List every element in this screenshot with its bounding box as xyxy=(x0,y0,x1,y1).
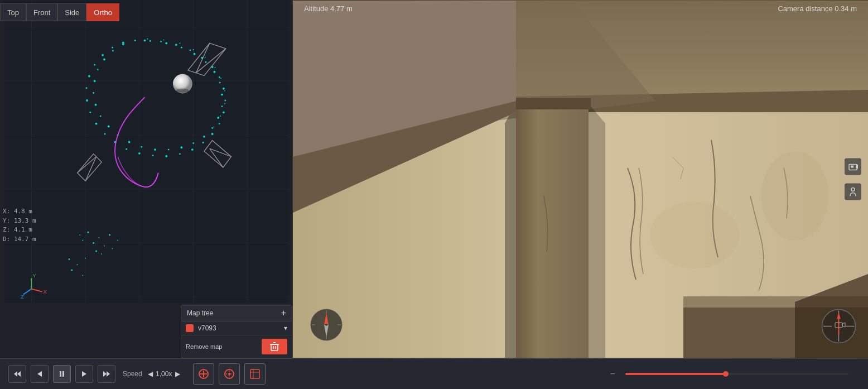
svg-point-88 xyxy=(112,248,113,249)
svg-point-75 xyxy=(205,57,206,58)
svg-marker-162 xyxy=(82,371,86,377)
person-view-button[interactable] xyxy=(845,184,861,200)
skip-back-button[interactable] xyxy=(8,365,26,383)
svg-rect-122 xyxy=(293,112,868,358)
svg-point-76 xyxy=(214,67,215,68)
svg-point-94 xyxy=(77,264,78,265)
svg-point-87 xyxy=(82,240,83,241)
svg-point-95 xyxy=(85,258,86,259)
pause-button[interactable] xyxy=(53,365,71,383)
speed-decrease-button[interactable]: ◀ xyxy=(148,370,153,378)
svg-point-62 xyxy=(108,126,110,128)
svg-point-69 xyxy=(112,50,114,52)
export-button[interactable] xyxy=(244,363,266,385)
svg-point-26 xyxy=(179,153,181,155)
svg-point-73 xyxy=(180,42,181,44)
svg-point-30 xyxy=(126,148,127,150)
svg-point-49 xyxy=(219,82,221,84)
pause-icon xyxy=(58,370,66,378)
svg-point-29 xyxy=(138,152,141,155)
svg-point-19 xyxy=(223,88,225,90)
svg-point-22 xyxy=(219,123,220,124)
svg-point-91 xyxy=(117,240,118,241)
svg-marker-131 xyxy=(293,101,516,213)
svg-point-44 xyxy=(165,42,167,44)
svg-point-59 xyxy=(141,146,142,148)
d-coord-label: D: xyxy=(3,236,10,243)
view-side-button[interactable]: Side xyxy=(57,3,86,21)
export-icon xyxy=(249,368,261,380)
svg-point-93 xyxy=(69,258,70,260)
map-item-expand-icon[interactable]: ▾ xyxy=(284,324,287,332)
svg-point-38 xyxy=(94,64,95,66)
svg-marker-163 xyxy=(103,371,107,377)
svg-point-65 xyxy=(93,92,94,94)
back-button[interactable] xyxy=(31,365,49,383)
forward-button[interactable] xyxy=(75,365,93,383)
waypoint-icon xyxy=(197,368,210,380)
svg-marker-158 xyxy=(17,371,21,377)
waypoint-add-button[interactable] xyxy=(193,363,214,385)
remove-map-button[interactable]: Remove map xyxy=(186,343,222,350)
svg-point-13 xyxy=(160,41,162,42)
view-buttons: Top Front Side Ortho xyxy=(0,3,119,21)
svg-point-89 xyxy=(95,251,97,252)
svg-rect-126 xyxy=(516,104,589,358)
svg-rect-155 xyxy=(851,166,853,168)
svg-marker-130 xyxy=(293,1,516,213)
svg-point-85 xyxy=(104,245,105,246)
svg-marker-127 xyxy=(505,104,516,358)
trash-icon xyxy=(269,342,279,352)
svg-rect-161 xyxy=(62,371,64,377)
z-coord-label: Z: xyxy=(3,226,10,233)
map-tree-footer: Remove map xyxy=(181,335,292,358)
timeline-track[interactable] xyxy=(625,373,848,375)
svg-point-50 xyxy=(221,93,223,95)
forward-icon xyxy=(80,370,88,378)
speed-increase-button[interactable]: ▶ xyxy=(175,370,180,378)
timeline-zoom-out-button[interactable]: − xyxy=(605,367,620,381)
y-coord-label: Y: xyxy=(3,217,10,224)
svg-point-24 xyxy=(202,142,204,143)
camera-distance-display: Camera distance 0.34 m xyxy=(778,4,857,13)
svg-point-81 xyxy=(213,126,214,127)
right-side-icons xyxy=(845,159,861,200)
map-tree-add-button[interactable]: + xyxy=(281,309,286,318)
waypoint-edit-button[interactable] xyxy=(219,363,240,385)
view-top-button[interactable]: Top xyxy=(0,3,26,21)
svg-point-39 xyxy=(102,54,104,56)
svg-point-67 xyxy=(97,69,99,70)
d-coord-value: 14.7 m xyxy=(14,236,36,243)
svg-point-57 xyxy=(168,149,170,151)
svg-point-83 xyxy=(98,237,99,238)
svg-rect-160 xyxy=(60,371,61,377)
skip-forward-icon xyxy=(102,369,111,378)
svg-point-80 xyxy=(220,116,221,117)
svg-rect-173 xyxy=(250,369,259,378)
svg-point-96 xyxy=(71,269,73,271)
svg-point-70 xyxy=(122,43,124,45)
svg-point-60 xyxy=(128,141,131,143)
delete-map-button[interactable] xyxy=(262,339,287,354)
altitude-display: Altitude 4.77 m xyxy=(304,4,353,13)
svg-rect-120 xyxy=(293,1,868,123)
svg-point-74 xyxy=(193,49,194,50)
view-ortho-button[interactable]: Ortho xyxy=(86,3,119,21)
svg-point-28 xyxy=(152,155,154,156)
svg-point-64 xyxy=(95,104,97,106)
skip-forward-button[interactable] xyxy=(98,365,115,383)
svg-point-92 xyxy=(101,253,102,254)
svg-point-27 xyxy=(165,155,167,157)
map-tree-panel: Map tree + v7093 ▾ Remove map xyxy=(181,305,292,358)
3d-scene-viewport[interactable]: Y Z X X: 4.8 m Y: 13.3 m Z: 4.1 m D: 14.… xyxy=(0,0,292,302)
timeline-progress xyxy=(625,373,726,375)
camera-icon-button[interactable] xyxy=(845,159,861,175)
view-front-button[interactable]: Front xyxy=(26,3,57,21)
camera-scene-svg xyxy=(293,0,868,358)
map-tree-item[interactable]: v7093 ▾ xyxy=(181,321,292,335)
svg-point-52 xyxy=(217,117,219,119)
timeline-thumb xyxy=(723,371,729,377)
svg-point-108 xyxy=(176,89,189,93)
rotation-indicator xyxy=(821,308,857,344)
svg-point-34 xyxy=(89,112,91,113)
